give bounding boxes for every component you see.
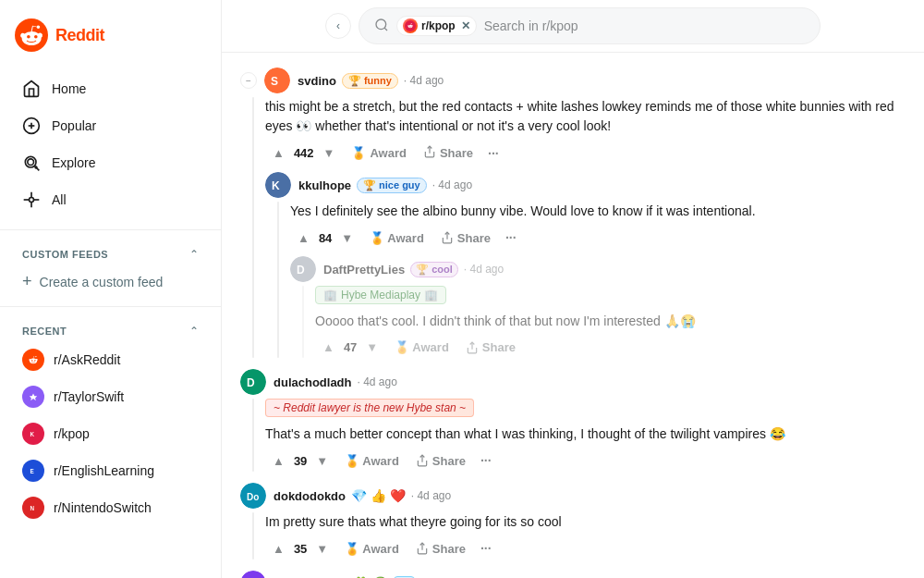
- recent-item-englishlearning[interactable]: E r/EnglishLearning: [7, 452, 213, 489]
- thread-line-svdino[interactable]: [252, 97, 254, 358]
- recent-chevron[interactable]: ⌃: [189, 325, 199, 338]
- dulachodladh-vote-count: 39: [294, 454, 307, 468]
- dulachodladh-meta: dulachodladh · 4d ago: [274, 375, 397, 389]
- reddit-wordmark: Reddit: [55, 26, 104, 45]
- nav-popular[interactable]: Popular: [7, 107, 213, 144]
- nav-explore-label: Explore: [52, 155, 95, 170]
- daftprettylies-actions: ▲ 47 ▼ 🏅 Award Share: [315, 337, 906, 358]
- daftprettylies-header: D DaftPrettyLies 🏆 cool · 4d ago: [290, 256, 906, 282]
- main-nav: Home Popular Explore: [0, 67, 221, 222]
- kkulhope-meta: kkulhope 🏆 nice guy · 4d ago: [298, 178, 472, 193]
- thread-line-daftprettylies[interactable]: [302, 286, 304, 358]
- nav-all[interactable]: All: [7, 181, 213, 218]
- svdino-thread: this might be a stretch, but the red con…: [240, 97, 906, 358]
- kkulhope-username[interactable]: kkulhope: [298, 178, 351, 192]
- dokdodokdo-more-button[interactable]: ···: [475, 537, 497, 560]
- ok-wait9778-header: Ok Ok_Wait9778 🍀 🟢 AI · 3d ago: [240, 571, 906, 578]
- dulachodladh-user-flair: ~ Reddit lawyer is the new Hybe stan ~: [265, 399, 474, 417]
- daftprettylies-share-button[interactable]: Share: [458, 337, 523, 358]
- niceguy-flair-emoji: 🏆: [363, 179, 376, 191]
- dulachodladh-thread: ~ Reddit lawyer is the new Hybe stan ~ T…: [240, 399, 906, 472]
- svg-point-4: [28, 159, 34, 166]
- search-bar[interactable]: r/kpop ✕ Search in r/kpop: [359, 7, 821, 44]
- kkulhope-vote-section: ▲ 84 ▼: [290, 228, 360, 249]
- englishlearning-avatar: E: [22, 460, 44, 482]
- flair-emoji: 🏆: [348, 75, 361, 87]
- kkulhope-more-button[interactable]: ···: [500, 227, 522, 249]
- pill-close-button[interactable]: ✕: [461, 19, 470, 32]
- dulachodladh-award-button[interactable]: 🏅 Award: [337, 450, 407, 472]
- dulachodladh-avatar: D: [240, 369, 266, 395]
- dulachodladh-vote-section: ▲ 39 ▼: [265, 450, 335, 472]
- downvote-icon: ▼: [323, 146, 335, 160]
- dulachodladh-upvote-button[interactable]: ▲: [265, 450, 292, 472]
- svdino-time: · 4d ago: [404, 74, 444, 87]
- dokdodokdo-share-button[interactable]: Share: [408, 538, 473, 560]
- subreddit-pill-icon: [403, 18, 418, 33]
- custom-feeds-chevron[interactable]: ⌃: [189, 248, 199, 261]
- all-icon: [22, 191, 41, 209]
- recent-title: RECENT: [22, 326, 67, 337]
- hybe-flair-close: 🏢: [424, 289, 438, 301]
- dulachodladh-time: · 4d ago: [358, 375, 397, 388]
- comment-collapse-svdino[interactable]: −: [240, 72, 257, 89]
- svdino-actions: ▲ 442 ▼ 🏅 Award: [265, 141, 906, 165]
- dulachodladh-username[interactable]: dulachodladh: [274, 375, 352, 389]
- svdino-more-button[interactable]: ···: [482, 142, 505, 165]
- hybe-mediaplay-flair: 🏢 Hybe Mediaplay 🏢: [315, 286, 446, 304]
- svdino-flair: 🏆 funny: [342, 73, 398, 89]
- recent-section-header: RECENT ⌃: [7, 314, 213, 341]
- reply-kkulhope: K kkulhope 🏆 nice guy · 4d ago: [265, 172, 906, 358]
- daftprettylies-username[interactable]: DaftPrettyLies: [323, 263, 405, 277]
- svdino-share-button[interactable]: Share: [416, 141, 480, 165]
- kkulhope-upvote-button[interactable]: ▲: [290, 228, 317, 249]
- svdino-upvote-button[interactable]: ▲: [265, 142, 292, 164]
- recent-item-askreddit[interactable]: r/AskReddit: [7, 341, 213, 378]
- kkulhope-flair: 🏆 nice guy: [357, 178, 427, 193]
- svg-text:D: D: [247, 376, 255, 389]
- svg-text:K: K: [30, 431, 35, 437]
- dokdodokdo-award-button[interactable]: 🏅 Award: [337, 538, 407, 560]
- daftprettylies-upvote-button[interactable]: ▲: [315, 337, 342, 358]
- nav-home[interactable]: Home: [7, 70, 213, 107]
- daftprettylies-downvote-button[interactable]: ▼: [359, 337, 385, 358]
- reddit-logo[interactable]: Reddit: [0, 11, 221, 67]
- thread-line-dokdodokdo[interactable]: [252, 512, 254, 560]
- kkulhope-header: K kkulhope 🏆 nice guy · 4d ago: [265, 172, 906, 198]
- dokdodokdo-upvote-button[interactable]: ▲: [265, 538, 292, 560]
- kkulhope-award-button[interactable]: 🏅 Award: [362, 228, 432, 249]
- flair-label: funny: [364, 75, 392, 86]
- thread-line-kkulhope[interactable]: [277, 202, 279, 358]
- kkulhope-share-button[interactable]: Share: [433, 228, 498, 249]
- thread-line-dulachodladh[interactable]: [252, 399, 254, 472]
- dulachodladh-downvote-button[interactable]: ▼: [309, 450, 335, 472]
- kkulhope-body: Yes I definitely see the albino bunny vi…: [290, 202, 906, 221]
- recent-item-kpop[interactable]: K r/kpop: [7, 415, 213, 452]
- kkulhope-downvote-button[interactable]: ▼: [334, 228, 360, 249]
- svdino-body: this might be a stretch, but the red con…: [265, 97, 906, 136]
- recent-item-taylorswift[interactable]: r/TaylorSwift: [7, 378, 213, 415]
- create-custom-feed-button[interactable]: + Create a custom feed: [7, 264, 213, 299]
- kkulhope-thread: Yes I definitely see the albino bunny vi…: [265, 202, 906, 358]
- dulachodladh-more-button[interactable]: ···: [475, 449, 497, 472]
- dokdodokdo-meta: dokdodokdo 💎 👍 ❤️ · 4d ago: [274, 488, 451, 503]
- svdino-downvote-button[interactable]: ▼: [316, 142, 343, 164]
- svdino-award-button[interactable]: 🏅 Award: [344, 142, 414, 164]
- svg-point-38: [240, 571, 266, 578]
- recent-item-taylorswift-label: r/TaylorSwift: [54, 389, 124, 404]
- svdino-username[interactable]: svdino: [298, 74, 336, 88]
- svg-point-7: [30, 198, 34, 203]
- dulachodladh-share-button[interactable]: Share: [408, 450, 473, 472]
- svg-text:K: K: [272, 179, 280, 192]
- recent-item-nintendoswitch[interactable]: N r/NintendoSwitch: [7, 489, 213, 526]
- daftprettylies-award-button[interactable]: 🏅 Award: [387, 337, 456, 358]
- daftprettylies-body: Ooooo that's cool. I didn't think of tha…: [315, 312, 906, 331]
- dokdodokdo-username[interactable]: dokdodokdo: [274, 489, 346, 503]
- dokdodokdo-downvote-button[interactable]: ▼: [309, 538, 335, 560]
- subreddit-pill[interactable]: r/kpop ✕: [396, 16, 477, 36]
- nav-explore[interactable]: Explore: [7, 144, 213, 181]
- main-content: ‹ r/kpop ✕ Search in r/kpop: [222, 0, 924, 578]
- kkulhope-vote-count: 84: [319, 231, 332, 245]
- kkulhope-nested: Yes I definitely see the albino bunny vi…: [290, 202, 906, 358]
- collapse-sidebar-button[interactable]: ‹: [325, 13, 351, 39]
